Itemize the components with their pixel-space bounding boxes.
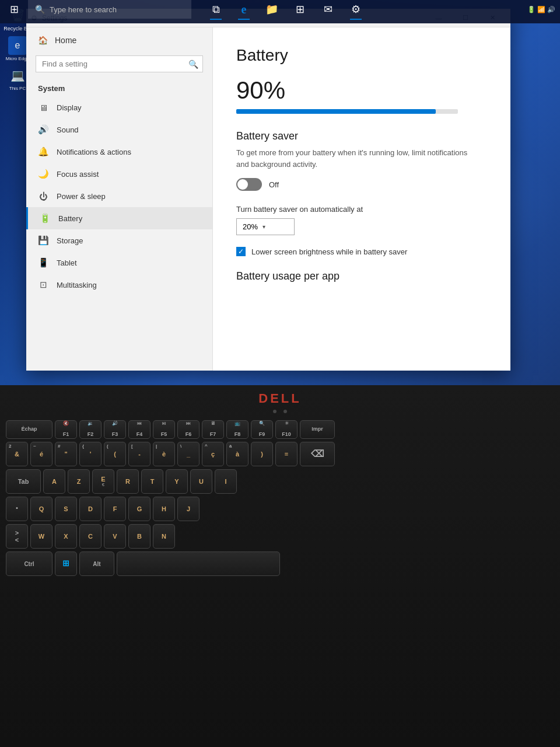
storage-icon: 💾 — [38, 235, 48, 246]
notifications-label: Notifications & actions — [57, 148, 131, 156]
notifications-icon: 🔔 — [38, 146, 48, 157]
key-y[interactable]: Y — [166, 469, 188, 494]
settings-taskbar-button[interactable]: ⚙ — [343, 0, 369, 22]
key-backspace[interactable]: ⌫ — [300, 442, 335, 466]
task-view-button[interactable]: ⧉ — [203, 0, 229, 22]
brightness-checkbox[interactable]: ✓ — [236, 247, 246, 256]
dell-brand-label: DELL — [0, 385, 560, 410]
key-f10[interactable]: ☀F10 — [275, 420, 298, 439]
key-minus[interactable]: ) — [251, 442, 273, 466]
key-e-accent[interactable]: ~é — [30, 442, 52, 466]
key-f1[interactable]: 🔇F1 — [55, 420, 77, 439]
sidebar-item-focus[interactable]: 🌙 Focus assist — [26, 163, 212, 185]
key-f9[interactable]: 🔍F9 — [251, 420, 273, 439]
key-f7[interactable]: 🖥F7 — [202, 420, 224, 439]
sidebar-item-tablet[interactable]: 📱 Tablet — [26, 252, 212, 274]
key-f8[interactable]: 📺F8 — [226, 420, 249, 439]
search-input[interactable] — [36, 55, 203, 72]
key-r[interactable]: R — [117, 469, 139, 494]
key-3[interactable]: #" — [55, 442, 77, 466]
toggle-row: Off — [236, 178, 487, 191]
edge-taskbar-icon: e — [242, 3, 247, 16]
key-d[interactable]: D — [79, 497, 102, 521]
battery-saver-toggle[interactable] — [236, 178, 262, 191]
key-f2[interactable]: 🔉F2 — [79, 420, 102, 439]
ms-store-button[interactable]: ⊞ — [287, 0, 313, 22]
key-chevron-left[interactable]: >< — [6, 524, 28, 549]
key-dot[interactable]: · — [6, 497, 28, 521]
key-7[interactable]: |è — [153, 442, 175, 466]
key-i[interactable]: I — [215, 469, 237, 494]
key-4[interactable]: {' — [79, 442, 102, 466]
brightness-label: Lower screen brightness while in battery… — [251, 247, 407, 256]
key-z[interactable]: Z — [68, 469, 90, 494]
toggle-label: Off — [269, 180, 279, 189]
sidebar-item-storage[interactable]: 💾 Storage — [26, 229, 212, 252]
key-win[interactable]: ⊞ — [55, 551, 77, 576]
taskbar-search[interactable]: 🔍 Type here to search — [28, 0, 191, 19]
fn-key-row: Échap 🔇F1 🔉F2 🔊F3 ⏮F4 ⏯F5 ⏭F6 🖥F7 📺F8 🔍F… — [6, 420, 554, 439]
key-j[interactable]: J — [177, 497, 200, 521]
sidebar-item-sound[interactable]: 🔊 Sound — [26, 118, 212, 141]
key-e[interactable]: E€ — [92, 469, 114, 494]
key-u[interactable]: U — [190, 469, 212, 494]
key-space[interactable] — [117, 551, 280, 576]
sidebar-item-battery[interactable]: 🔋 Battery — [26, 207, 212, 229]
dot2 — [284, 410, 287, 413]
key-alt[interactable]: Alt — [79, 551, 114, 576]
battery-usage-title: Battery usage per app — [236, 270, 487, 282]
battery-threshold-dropdown[interactable]: 20% ▾ — [236, 218, 295, 235]
keyboard: Échap 🔇F1 🔉F2 🔊F3 ⏮F4 ⏯F5 ⏭F6 🖥F7 📺F8 🔍F… — [0, 417, 560, 747]
key-6[interactable]: [- — [128, 442, 150, 466]
key-a[interactable]: A — [43, 469, 65, 494]
key-g[interactable]: G — [128, 497, 150, 521]
desktop: 🗑️ Recycle Bin e Micro Edge 💻 This PC ⚙ … — [0, 0, 560, 385]
number-key-row: 2& ~é #" {' (( [- |è \_ ^ç àà ) = ⌫ — [6, 442, 554, 466]
system-section-title: System — [26, 79, 212, 96]
key-8[interactable]: \_ — [177, 442, 200, 466]
file-explorer-button[interactable]: 📁 — [259, 0, 285, 22]
key-equals[interactable]: = — [275, 442, 298, 466]
mail-button[interactable]: ✉ — [315, 0, 341, 22]
auto-turn-on-row: Turn battery saver on automatically at 2… — [236, 205, 487, 235]
dot1 — [273, 410, 276, 413]
key-impr[interactable]: Impr — [300, 420, 335, 439]
key-5[interactable]: (( — [104, 442, 126, 466]
key-f4[interactable]: ⏮F4 — [128, 420, 150, 439]
key-9[interactable]: ^ç — [202, 442, 224, 466]
sidebar-item-power[interactable]: ⏻ Power & sleep — [26, 185, 212, 207]
sidebar-item-display[interactable]: 🖥 Display — [26, 96, 212, 118]
sidebar-home[interactable]: 🏠 Home — [26, 27, 212, 53]
sidebar-item-notifications[interactable]: 🔔 Notifications & actions — [26, 141, 212, 163]
file-explorer-icon: 📁 — [265, 3, 278, 16]
sidebar-item-multitasking[interactable]: ⊡ Multitasking — [26, 274, 212, 296]
home-label: Home — [55, 36, 76, 45]
key-f[interactable]: F — [104, 497, 126, 521]
active-indicator — [210, 19, 222, 20]
key-c[interactable]: C — [79, 524, 102, 549]
key-w[interactable]: W — [30, 524, 52, 549]
key-s[interactable]: S — [55, 497, 77, 521]
key-q[interactable]: Q — [30, 497, 52, 521]
key-b[interactable]: B — [128, 524, 150, 549]
key-x[interactable]: X — [55, 524, 77, 549]
key-tab[interactable]: Tab — [6, 469, 41, 494]
key-ctrl-left[interactable]: Ctrl — [6, 551, 52, 576]
keyboard-section: DELL Échap 🔇F1 🔉F2 🔊F3 ⏮F4 ⏯F5 ⏭F6 🖥F7 📺… — [0, 385, 560, 747]
key-2[interactable]: 2& — [6, 442, 28, 466]
key-f6[interactable]: ⏭F6 — [177, 420, 200, 439]
key-echap[interactable]: Échap — [6, 420, 52, 439]
key-f3[interactable]: 🔊F3 — [104, 420, 126, 439]
focus-label: Focus assist — [57, 170, 99, 179]
edge-taskbar-button[interactable]: e — [231, 0, 257, 22]
key-v[interactable]: V — [104, 524, 126, 549]
key-t[interactable]: T — [141, 469, 163, 494]
key-0[interactable]: àà — [226, 442, 249, 466]
start-button[interactable]: ⊞ — [0, 0, 28, 23]
dropdown-value: 20% — [243, 222, 258, 231]
space-row: Ctrl ⊞ Alt — [6, 551, 554, 576]
key-h[interactable]: H — [153, 497, 175, 521]
main-content: Battery 90% Battery saver To get more fr… — [213, 27, 510, 371]
key-n[interactable]: N — [153, 524, 175, 549]
key-f5[interactable]: ⏯F5 — [153, 420, 175, 439]
